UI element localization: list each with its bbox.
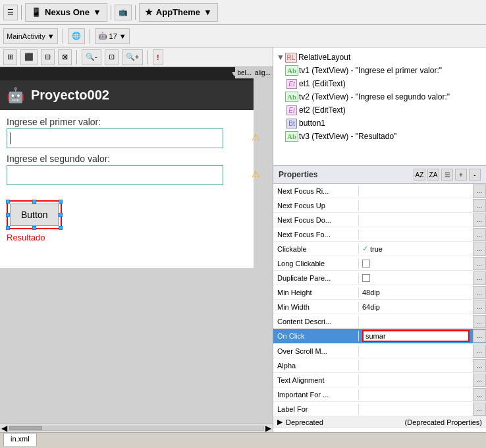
api-selector-btn[interactable]: 🤖 17 ▼ bbox=[95, 28, 130, 44]
second-edit-text[interactable] bbox=[7, 165, 223, 185]
prop-row-next-focus-fo[interactable]: Next Focus Fo... … bbox=[273, 227, 486, 242]
on-click-input[interactable] bbox=[362, 330, 470, 342]
main-xml-tab[interactable]: in.xml bbox=[3, 433, 37, 446]
toolbar-menu-btn[interactable]: ☰ bbox=[3, 5, 18, 20]
props-sort-az-btn[interactable]: AZ bbox=[414, 169, 425, 181]
prop-value-dup-pare bbox=[359, 273, 473, 283]
prop-row-over-scroll[interactable]: Over Scroll M... … bbox=[273, 344, 486, 358]
col-label-alig: alig... bbox=[255, 69, 271, 76]
activity-selector-btn[interactable]: MainActivity ▼ bbox=[3, 28, 58, 44]
prop-more-next-focus-do[interactable]: … bbox=[473, 213, 486, 227]
prop-row-min-height[interactable]: Min Height 48dip … bbox=[273, 285, 486, 300]
prop-row-alpha[interactable]: Alpha … bbox=[273, 358, 486, 373]
deprecated-section-header[interactable]: ▶ Deprecated (Deprecated Properties) bbox=[273, 416, 486, 428]
locale-btn[interactable]: 🌐 bbox=[68, 28, 85, 44]
prop-more-next-focus-ri[interactable]: … bbox=[473, 184, 486, 198]
properties-header: Properties AZ ZA ☰ + - bbox=[273, 166, 486, 184]
tree-item-tv1[interactable]: Ab tv1 (TextView) - "Ingrese el primer v… bbox=[286, 64, 483, 77]
canvas-hscroll[interactable]: ◀ ▶ bbox=[0, 423, 273, 432]
tree-label-button1: button1 bbox=[299, 119, 325, 128]
prop-row-text-align[interactable]: Text Alignment … bbox=[273, 373, 486, 387]
canvas-toolbar: ⊞ ⬛ ⊟ ⊠ 🔍- ⊡ 🔍+ ! bbox=[0, 47, 273, 67]
prop-row-dup-pare[interactable]: Duplicate Pare... … bbox=[273, 271, 486, 285]
prop-more-important-for[interactable]: … bbox=[473, 388, 486, 401]
tree-icon-btn1: Bt bbox=[286, 118, 297, 128]
zoom-fit-btn[interactable]: ⊡ bbox=[105, 49, 119, 65]
tree-icon-tv3: Ab bbox=[286, 131, 297, 142]
prop-row-next-focus-ri[interactable]: Next Focus Ri... … bbox=[273, 184, 486, 198]
first-label: Ingrese el primer valor: bbox=[7, 117, 247, 127]
phone-button-widget[interactable]: Button bbox=[10, 204, 59, 226]
prop-more-text-align[interactable]: … bbox=[473, 374, 486, 387]
props-remove-btn[interactable]: - bbox=[469, 169, 481, 181]
prop-row-important-for[interactable]: Important For ... … bbox=[273, 387, 486, 402]
theme-selector-btn[interactable]: ★ AppTheme ▼ bbox=[139, 3, 218, 22]
expand-icon-rl: ▼ bbox=[277, 53, 284, 62]
canvas-tool-2[interactable]: ⬛ bbox=[20, 49, 38, 65]
handle-tl bbox=[6, 200, 10, 204]
prop-row-on-click[interactable]: On Click … bbox=[273, 329, 486, 344]
prop-more-min-width[interactable]: … bbox=[473, 300, 486, 314]
canvas-tool-3[interactable]: ⊟ bbox=[41, 49, 55, 65]
hscroll-thumb[interactable] bbox=[9, 426, 42, 430]
device-selector-btn[interactable]: 📱 Nexus One ▼ bbox=[25, 3, 107, 22]
screen-config-btn[interactable]: 📺 bbox=[115, 5, 132, 20]
prop-more-next-focus-up[interactable]: … bbox=[473, 199, 486, 212]
main-area: ⊞ ⬛ ⊟ ⊠ 🔍- ⊡ 🔍+ ! bel... alig... ▼ 📶 bbox=[0, 47, 486, 432]
prop-more-clickable[interactable]: … bbox=[473, 242, 486, 256]
prop-more-over-scroll[interactable]: … bbox=[473, 345, 486, 358]
prop-value-next-focus-do bbox=[359, 219, 473, 221]
first-edit-text[interactable] bbox=[7, 128, 223, 148]
tree-icon-tv2: Ab bbox=[286, 92, 297, 102]
props-add-btn[interactable]: + bbox=[455, 169, 467, 181]
zoom-out-btn[interactable]: 🔍- bbox=[82, 49, 101, 65]
main-xml-tab-label: in.xml bbox=[11, 435, 30, 443]
api-label: 17 bbox=[109, 32, 117, 40]
handle-br bbox=[59, 226, 63, 230]
prop-name-content-descr: Content Descri... bbox=[273, 316, 359, 327]
warning-icon-2: ⚠ bbox=[252, 169, 260, 179]
prop-more-content-descr[interactable]: … bbox=[473, 315, 486, 328]
tree-item-et2[interactable]: Et et2 (EditText) bbox=[286, 103, 483, 117]
tree-item-et1[interactable]: Et et1 (EditText) bbox=[286, 77, 483, 90]
hscroll-right-btn[interactable]: ▶ bbox=[265, 424, 271, 433]
canvas-tool-5[interactable]: ! bbox=[153, 49, 163, 65]
api-icon: 🤖 bbox=[98, 32, 107, 40]
tree-item-tv2[interactable]: Ab tv2 (TextView) - "Ingrese el segundo … bbox=[286, 90, 483, 103]
phone-content[interactable]: Ingrese el primer valor: ⚠ Ingrese el se… bbox=[0, 110, 254, 268]
prop-more-next-focus-fo[interactable]: … bbox=[473, 228, 486, 241]
prop-row-content-descr[interactable]: Content Descri... … bbox=[273, 314, 486, 329]
prop-more-on-click[interactable]: … bbox=[473, 329, 486, 343]
prop-name-next-focus-up: Next Focus Up bbox=[273, 200, 359, 211]
prop-row-clickable[interactable]: Clickable ✓ true … bbox=[273, 242, 486, 256]
prop-more-min-height[interactable]: … bbox=[473, 286, 486, 299]
tree-item-button1[interactable]: Bt button1 bbox=[286, 117, 483, 130]
zoom-in-btn[interactable]: 🔍+ bbox=[122, 49, 143, 65]
prop-row-long-clickable[interactable]: Long Clickable … bbox=[273, 256, 486, 271]
prop-more-alpha[interactable]: … bbox=[473, 359, 486, 372]
props-sort-za-btn[interactable]: ZA bbox=[427, 169, 439, 181]
prop-more-long-clickable[interactable]: … bbox=[473, 257, 486, 270]
prop-name-long-clickable: Long Clickable bbox=[273, 258, 359, 269]
prop-row-min-width[interactable]: Min Width 64dip … bbox=[273, 300, 486, 314]
button-selection-container[interactable]: Button bbox=[7, 200, 62, 229]
tree-icon-tv1: Ab bbox=[286, 65, 297, 76]
hscroll-track[interactable] bbox=[9, 426, 264, 431]
prop-more-label-for[interactable]: … bbox=[473, 403, 486, 416]
prop-value-over-scroll bbox=[359, 350, 473, 352]
prop-row-label-for[interactable]: Label For … bbox=[273, 402, 486, 416]
hscroll-left-btn[interactable]: ◀ bbox=[1, 424, 7, 433]
separator-2 bbox=[111, 5, 111, 20]
prop-more-dup-pare[interactable]: … bbox=[473, 271, 486, 285]
prop-row-next-focus-up[interactable]: Next Focus Up … bbox=[273, 198, 486, 213]
tree-item-relativelayout[interactable]: ▼ RL RelativeLayout bbox=[277, 51, 483, 64]
prop-row-next-focus-do[interactable]: Next Focus Do... … bbox=[273, 213, 486, 227]
props-view-btn[interactable]: ☰ bbox=[441, 169, 453, 181]
canvas-tool-1[interactable]: ⊞ bbox=[3, 49, 17, 65]
resultado-label: Resultado bbox=[7, 233, 247, 242]
handle-tm bbox=[32, 200, 36, 204]
main-toolbar: ☰ 📱 Nexus One ▼ 📺 ★ AppTheme ▼ bbox=[0, 0, 486, 25]
separator-5 bbox=[90, 29, 90, 43]
canvas-tool-4[interactable]: ⊠ bbox=[58, 49, 72, 65]
tree-item-tv3[interactable]: Ab tv3 (TextView) - "Resultado" bbox=[286, 130, 483, 143]
